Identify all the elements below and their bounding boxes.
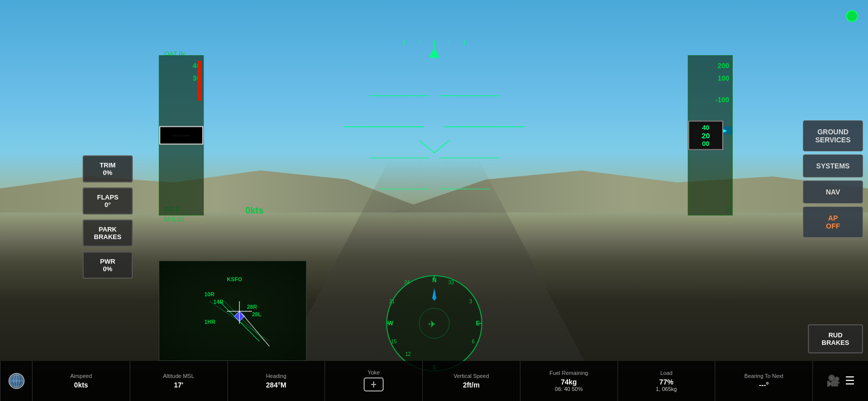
left-controls-panel: TRIM 0% FLAPS 0° PARK BRAKES PWR 0% xyxy=(83,155,133,279)
altitude-value: 17' xyxy=(174,381,183,389)
heading-label: Heading xyxy=(266,373,286,379)
camera-icon[interactable]: 🎥 xyxy=(826,374,840,387)
fuel-value: 74kg xyxy=(561,378,577,386)
globe-svg xyxy=(10,374,24,388)
speed-current: —— xyxy=(159,126,203,145)
rud-brakes-button[interactable]: RUD BRAKES xyxy=(808,324,863,353)
bearing-section: Bearing To Next ---° xyxy=(715,361,813,401)
load-sub: 1, 065kg xyxy=(656,386,677,392)
svg-text:3: 3 xyxy=(469,299,472,304)
speed-tape-labels: 40 30 xyxy=(159,56,203,85)
fuel-sub: 06: 40 50% xyxy=(555,386,583,392)
map-panel[interactable]: KSFO 10R 14R 28R 28L 1HR xyxy=(159,261,307,361)
altitude-section: Altitude MSL 17' xyxy=(130,361,228,401)
load-section: Load 77% 1, 065kg xyxy=(618,361,716,401)
status-indicator xyxy=(846,10,858,22)
bottom-info-bar: Airspeed 0kts Altitude MSL 17' Heading 2… xyxy=(0,361,868,401)
svg-text:15: 15 xyxy=(391,339,397,344)
alt-current-box: 40 20 00 xyxy=(688,121,723,150)
map-label-1hr: 1HR xyxy=(204,319,215,325)
nav-button[interactable]: NAV xyxy=(803,180,863,204)
ground-services-button[interactable]: GROUND SERVICES xyxy=(803,120,863,151)
map-label-ksfo: KSFO xyxy=(227,276,242,282)
svg-text:21: 21 xyxy=(389,299,395,304)
svg-line-11 xyxy=(242,314,269,346)
menu-icon[interactable]: ☰ xyxy=(845,374,855,387)
load-value: 77% xyxy=(659,378,673,386)
compass-ring-container: N S E W 33 3 6 12 15 21 24 ✈ xyxy=(384,273,484,375)
load-label: Load xyxy=(660,370,672,376)
heading-section: Heading 284°M xyxy=(228,361,326,401)
flaps-button[interactable]: FLAPS 0° xyxy=(83,187,133,215)
map-label-28r: 28R xyxy=(247,304,257,310)
svg-text:✈: ✈ xyxy=(428,319,436,329)
vertical-speed-section: Vertical Speed 2ft/m xyxy=(423,361,520,401)
compass-rose: 284° N S E W 33 3 6 12 15 21 24 ✈ xyxy=(384,258,484,358)
fuel-section: Fuel Remaining 74kg 06: 40 50% xyxy=(520,361,618,401)
pwr-button[interactable]: PWR 0% xyxy=(83,252,133,279)
systems-button[interactable]: SYSTEMS xyxy=(803,154,863,177)
map-label-14r: 14R xyxy=(213,299,223,305)
globe-icon[interactable] xyxy=(9,373,25,389)
bearing-value: ---° xyxy=(759,381,769,389)
svg-text:33: 33 xyxy=(448,280,454,285)
fuel-label: Fuel Remaining xyxy=(549,370,588,376)
yoke-label: Yoke xyxy=(368,369,380,375)
globe-section[interactable] xyxy=(0,361,33,401)
trim-button[interactable]: TRIM 0% xyxy=(83,155,133,182)
vertical-speed-label: Vertical Speed xyxy=(453,373,489,379)
heading-value: 284°M xyxy=(266,381,286,389)
alt-tape-labels: 200 100 xyxy=(688,56,732,85)
speed-tape: 40 30 —— xyxy=(159,55,204,216)
airspeed-section: Airspeed 0kts xyxy=(33,361,130,401)
svg-text:24: 24 xyxy=(404,280,410,285)
right-controls-panel: GROUND SERVICES SYSTEMS NAV AP OFF xyxy=(803,120,863,238)
vertical-speed-value: 2ft/m xyxy=(463,381,479,389)
svg-text:12: 12 xyxy=(405,351,411,357)
map-label-10r: 10R xyxy=(204,291,214,297)
speed-red-bar xyxy=(197,61,201,101)
map-label-28l: 28L xyxy=(252,311,261,317)
yoke-icon xyxy=(364,377,384,393)
media-controls-section: 🎥 ☰ xyxy=(813,361,868,401)
altitude-label: Altitude MSL xyxy=(163,373,194,379)
bearing-label: Bearing To Next xyxy=(744,373,783,379)
park-brakes-button[interactable]: PARK BRAKES xyxy=(83,220,133,247)
airspeed-label: Airspeed xyxy=(70,373,92,379)
altitude-tape: 200 100 ▶ 40 20 00 -100 xyxy=(688,55,733,216)
compass-svg: N S E W 33 3 6 12 15 21 24 ✈ xyxy=(384,273,484,373)
airspeed-value: 0kts xyxy=(74,381,88,389)
svg-line-6 xyxy=(224,301,264,341)
svg-text:6: 6 xyxy=(472,339,475,344)
yoke-section: Yoke xyxy=(325,361,423,401)
ap-button[interactable]: AP OFF xyxy=(803,207,863,238)
map-display: KSFO 10R 14R 28R 28L 1HR xyxy=(159,261,306,360)
